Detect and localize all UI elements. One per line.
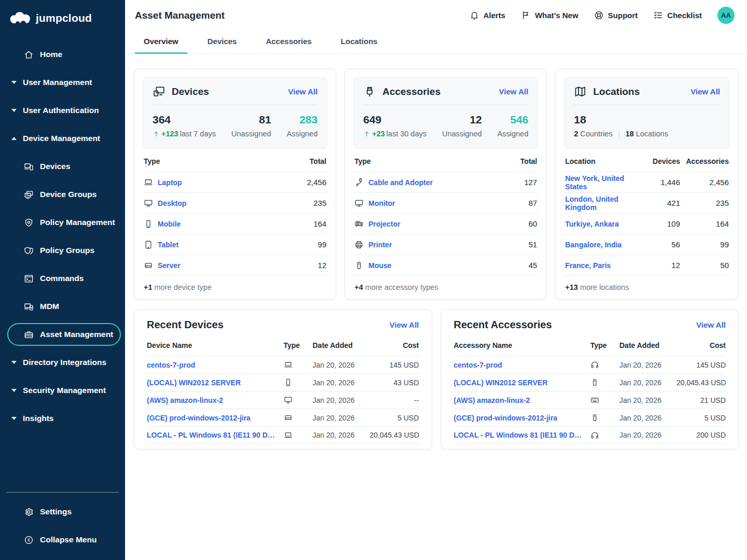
sidebar-item-label: Settings (40, 507, 72, 516)
support-icon (594, 10, 604, 20)
recent-date-value: Jan 20, 2026 (619, 431, 676, 439)
devices-delta-note: last 7 days (180, 130, 216, 138)
server-icon (144, 261, 153, 270)
type-total-value: 45 (529, 261, 537, 270)
sidebar-item-security-management[interactable]: Security Management (0, 376, 125, 404)
recent-item-link-aws-amazon-linux-2[interactable]: (AWS) amazon-linux-2 (454, 396, 591, 404)
type-link-desktop[interactable]: Desktop (158, 199, 186, 207)
locations-more-row[interactable]: +13 more locations (564, 275, 730, 298)
sidebar-item-label: MDM (40, 302, 59, 311)
user-avatar[interactable]: AA (717, 7, 735, 24)
type-link-laptop[interactable]: Laptop (158, 178, 182, 187)
content: Devices View All 364 +123 last 7 days (125, 54, 747, 560)
recent-item-link-centos-7-prod[interactable]: centos-7-prod (147, 361, 284, 369)
sidebar-item-directory-integrations[interactable]: Directory Integrations (0, 348, 125, 376)
recent-cost-value: 20,045.43 USD (676, 379, 726, 387)
sidebar-item-user-authentication[interactable]: User Authentication (0, 96, 125, 124)
recent-date-value: Jan 20, 2026 (313, 414, 370, 422)
tab-locations[interactable]: Locations (332, 31, 386, 54)
laptop-icon (144, 178, 153, 187)
location-link-new-york-united-states[interactable]: New York, United States (565, 174, 637, 191)
jumpcloud-logo[interactable]: jumpcloud (0, 0, 125, 35)
recent-devices-table: centos-7-prodJan 20, 2026145 USD(LOCAL) … (147, 356, 419, 444)
type-row-laptop: Laptop2,456 (143, 172, 327, 192)
chevron-down-icon (11, 389, 17, 392)
sidebar-item-user-management[interactable]: User Management (0, 68, 125, 96)
type-link-printer[interactable]: Printer (368, 241, 392, 249)
accessories-view-all-link[interactable]: View All (499, 87, 529, 96)
header-action-checklist[interactable]: Checklist (653, 10, 702, 20)
recent-item-link-gce-prod-windows-2012-jira[interactable]: (GCE) prod-windows-2012-jira (147, 414, 284, 422)
server-icon (284, 413, 293, 422)
locations-view-all-link[interactable]: View All (690, 87, 720, 96)
devices-assigned-value: 283 (287, 114, 318, 126)
type-row-monitor: Monitor87 (353, 192, 538, 213)
chevron-down-icon (11, 361, 17, 364)
tab-accessories[interactable]: Accessories (257, 31, 320, 54)
sidebar-item-commands[interactable]: Commands (0, 264, 125, 292)
recent-type-cell (590, 378, 619, 387)
location-link-turkiye-ankara[interactable]: Turkiye, Ankara (565, 220, 637, 228)
devices-more-row[interactable]: +1 more device type (143, 275, 327, 298)
sidebar-item-label: Directory Integrations (23, 358, 106, 367)
tab-devices[interactable]: Devices (199, 31, 246, 54)
tab-overview[interactable]: Overview (135, 31, 187, 54)
sidebar-item-devices[interactable]: Devices (0, 152, 125, 180)
type-link-tablet[interactable]: Tablet (158, 241, 178, 249)
device-groups-icon (24, 190, 34, 200)
recent-item-link-centos-7-prod[interactable]: centos-7-prod (454, 361, 591, 369)
sidebar-item-mdm[interactable]: MDM (0, 292, 125, 320)
recent-type-cell (590, 396, 619, 404)
recent-date-value: Jan 20, 2026 (619, 379, 676, 387)
type-cell: Projector (354, 219, 400, 229)
type-link-mouse[interactable]: Mouse (368, 261, 391, 270)
sidebar-item-policy-management[interactable]: Policy Management (0, 208, 125, 236)
sidebar-footer: SettingsCollapse Menu (0, 492, 125, 560)
recent-item-link-gce-prod-windows-2012-jira[interactable]: (GCE) prod-windows-2012-jira (454, 414, 591, 422)
recent-item-link-local-win2012-server[interactable]: (LOCAL) WIN2012 SERVER (454, 379, 591, 387)
type-link-server[interactable]: Server (158, 261, 181, 270)
sidebar-item-insights[interactable]: Insights (0, 404, 125, 432)
recent-accessories-title: Recent Accessories (454, 319, 697, 331)
sidebar-item-device-groups[interactable]: Device Groups (0, 180, 125, 208)
devices-view-all-link[interactable]: View All (288, 87, 318, 96)
type-row-tablet: Tablet99 (143, 234, 327, 255)
type-link-mobile[interactable]: Mobile (158, 220, 181, 228)
sidebar-item-collapse-menu[interactable]: Collapse Menu (0, 526, 125, 554)
recent-item-link-local-win2012-server[interactable]: (LOCAL) WIN2012 SERVER (147, 379, 284, 387)
recent-devices-view-all-link[interactable]: View All (390, 320, 419, 329)
locations-countries: 2 Countries (574, 130, 612, 138)
recent-item-link-aws-amazon-linux-2[interactable]: (AWS) amazon-linux-2 (147, 396, 284, 404)
devices-card: Devices View All 364 +123 last 7 days (134, 68, 336, 300)
location-link-bangalore-india[interactable]: Bangalore, India (565, 241, 637, 249)
sidebar-item-home[interactable]: Home (0, 40, 125, 68)
recent-date-value: Jan 20, 2026 (313, 379, 370, 387)
header-action-alerts[interactable]: Alerts (469, 10, 506, 20)
sidebar-item-label: Home (40, 50, 62, 59)
sidebar-item-settings[interactable]: Settings (0, 498, 125, 526)
recent-accessories-view-all-link[interactable]: View All (696, 320, 726, 329)
sidebar-footer-items: SettingsCollapse Menu (0, 498, 125, 554)
location-link-france-paris[interactable]: France, Paris (565, 261, 637, 270)
accessories-more-row[interactable]: +4 more accessory types (353, 275, 538, 298)
header-action-label: Support (608, 11, 638, 20)
locations-stat-panel: Locations View All 18 2 Countries 18 Loc… (564, 77, 730, 149)
cable-icon (354, 178, 364, 187)
chevron-down-icon (11, 81, 17, 84)
mouse-icon (354, 261, 364, 270)
sidebar-item-policy-groups[interactable]: Policy Groups (0, 236, 125, 264)
recent-item-link-local-pl-windows-81-ie11-90-day-test[interactable]: LOCAL - PL Windows 81 (IE11 90 Day test) (147, 431, 284, 439)
location-row-new-york-united-states: New York, United States1,4462,456 (564, 172, 730, 192)
sidebar-item-asset-management[interactable]: Asset Management (7, 323, 121, 346)
type-link-monitor[interactable]: Monitor (368, 199, 395, 207)
type-link-cable-and-adopter[interactable]: Cable and Adopter (368, 178, 433, 187)
header-action-what-s-new[interactable]: What’s New (521, 10, 578, 20)
sidebar-item-device-management[interactable]: Device Management (0, 124, 125, 152)
header-action-support[interactable]: Support (594, 10, 638, 20)
location-link-london-united-kingdom[interactable]: London, United Kingdom (565, 195, 637, 212)
recent-devices-col-name: Device Name (147, 341, 284, 349)
devices-unassigned-value: 81 (231, 114, 271, 126)
type-link-projector[interactable]: Projector (368, 220, 400, 228)
flag-icon (521, 10, 531, 20)
recent-item-link-local-pl-windows-81-ie11-90-day-test[interactable]: LOCAL - PL Windows 81 (IE11 90 Day test) (454, 431, 591, 439)
